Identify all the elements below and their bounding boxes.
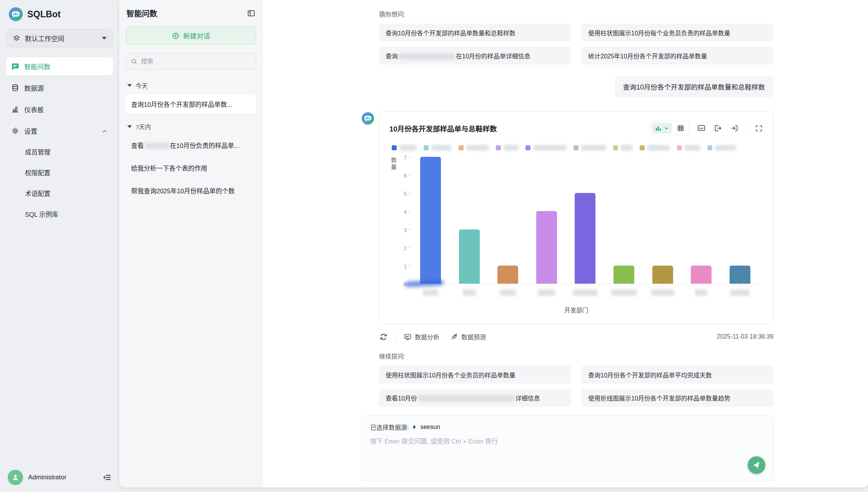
bar xyxy=(652,266,673,284)
sidebar-item-smart-query[interactable]: 智能问数 xyxy=(6,57,113,75)
avatar[interactable] xyxy=(8,470,23,485)
followup-chip[interactable]: 使用折线图展示10月份各个开发部的样品单数量趋势 xyxy=(582,389,773,407)
followup-chip[interactable]: 查看10月份详细信息 xyxy=(379,389,571,407)
legend-item[interactable] xyxy=(613,145,632,151)
save-to-dashboard-icon[interactable] xyxy=(730,124,739,133)
x-tick-mark xyxy=(547,284,547,287)
collapse-sidebar-icon[interactable] xyxy=(103,473,111,482)
group-week[interactable]: 7天内 xyxy=(126,122,256,131)
conversation-title: 查询10月份各个开发部的样品单数... xyxy=(131,100,232,109)
conversation-item[interactable]: 帮我查询2025年10月份样品单的个数 xyxy=(126,181,256,200)
bar-slot xyxy=(682,157,720,284)
x-tick-label-redacted xyxy=(652,289,674,296)
conversation-item[interactable]: 给我分析一下各个表的作用 xyxy=(126,158,256,178)
sql-icon[interactable]: SQL xyxy=(697,124,706,133)
sqlbot-logo-icon xyxy=(8,7,23,22)
paper-plane-icon xyxy=(752,461,761,469)
legend-label-redacted xyxy=(431,145,451,151)
legend-label-redacted xyxy=(533,145,566,151)
y-tick-label: 6 xyxy=(404,173,407,179)
triangle-down-icon xyxy=(127,84,132,87)
workspace-selector[interactable]: 默认工作空间 xyxy=(6,29,113,47)
message-input[interactable] xyxy=(370,436,725,459)
sidebar-item-terminology-config[interactable]: 术语配置 xyxy=(6,185,113,202)
new-chat-button[interactable]: 新建对话 xyxy=(126,27,256,45)
fullscreen-icon[interactable] xyxy=(755,124,763,133)
table-view-button[interactable] xyxy=(674,123,687,134)
refresh-icon[interactable] xyxy=(379,332,388,341)
panel-toggle-icon[interactable] xyxy=(247,9,255,17)
bar-slot xyxy=(644,157,682,284)
bar xyxy=(730,266,750,284)
conversation-title: 给我分析一下各个表的作用 xyxy=(131,163,207,173)
followup-chip[interactable]: 使用柱状图展示10月份各个业务员的样品单数量 xyxy=(379,366,571,384)
sub-item-label: 成员管理 xyxy=(25,147,50,156)
monitor-chart-icon xyxy=(404,333,412,341)
legend-swatch xyxy=(392,145,397,150)
bar-slot xyxy=(566,157,604,284)
legend-item[interactable] xyxy=(707,145,736,151)
datasource-label: 已选择数据源: xyxy=(370,422,409,432)
sidebar-item-member-management[interactable]: 成员管理 xyxy=(6,143,113,160)
legend-item[interactable] xyxy=(459,145,489,151)
data-analysis-button[interactable]: 数据分析 xyxy=(404,332,439,341)
legend-swatch xyxy=(525,145,530,150)
bar-slot xyxy=(450,157,489,284)
legend-item[interactable] xyxy=(640,145,670,151)
sidebar-item-sql-examples[interactable]: SQL 示例库 xyxy=(6,206,113,223)
legend-label-redacted xyxy=(581,145,606,151)
sub-item-label: 权限配置 xyxy=(25,168,50,177)
legend-swatch xyxy=(613,145,618,150)
followup-chips: 使用柱状图展示10月份各个业务员的样品单数量 查询10月份各个开发部的样品单平均… xyxy=(379,366,773,407)
bar xyxy=(614,266,634,284)
suggestion-chip[interactable]: 查询10月份各个开发部的样品单数量和总鞋样数 xyxy=(379,24,571,42)
followup-chip[interactable]: 查询10月份各个开发部的样品单平均完成天数 xyxy=(582,366,773,384)
export-icon[interactable] xyxy=(713,124,722,133)
legend-item[interactable] xyxy=(525,145,566,151)
legend-item[interactable] xyxy=(574,145,606,151)
chart-view-button[interactable] xyxy=(652,123,672,134)
bar xyxy=(575,193,595,284)
content-surface: 智能问数 新建对话 今天 xyxy=(119,0,868,487)
legend-item[interactable] xyxy=(424,145,451,151)
redacted-text xyxy=(145,143,169,149)
legend-item[interactable] xyxy=(677,145,700,151)
search-box[interactable] xyxy=(126,53,256,70)
sidebar-item-settings[interactable]: 设置 xyxy=(6,122,113,140)
x-tick-mark xyxy=(508,284,508,287)
answer-card: 10月份各开发部样品单与总鞋样数 xyxy=(379,111,773,324)
x-tick-label-redacted xyxy=(463,289,476,296)
legend-swatch xyxy=(424,145,429,150)
legend-swatch xyxy=(640,145,645,150)
answer-footer: 数据分析 数据预测 2025-11-03 18:36:39 xyxy=(379,332,773,341)
suggestion-chip[interactable]: 使用柱状图展示10月份每个业务员负责的样品单数量 xyxy=(582,24,773,42)
bar-slot xyxy=(605,157,643,284)
chat-area: 猜你想问: 查询10月份各个开发部的样品单数量和总鞋样数 使用柱状图展示10月份… xyxy=(263,0,868,487)
chart-y-axis: 01234567 xyxy=(398,157,411,284)
app-logo-row: SQLBot xyxy=(8,7,111,22)
workspace-label: 默认工作空间 xyxy=(25,33,97,43)
message-input-box[interactable]: 已选择数据源: seesun xyxy=(361,415,773,481)
sidebar-item-dashboard[interactable]: 仪表板 xyxy=(6,100,113,118)
search-input[interactable] xyxy=(141,58,251,65)
suggestion-chip[interactable]: 统计2025年10月份各个开发部的样品单数量 xyxy=(582,47,773,65)
sidebar-item-permission-config[interactable]: 权限配置 xyxy=(6,164,113,181)
datasource-icon xyxy=(411,424,417,430)
conversation-title: 帮我查询2025年10月份样品单的个数 xyxy=(131,186,235,195)
conversation-item-active[interactable]: 查询10月份各个开发部的样品单数... xyxy=(126,94,256,114)
legend-item[interactable] xyxy=(496,145,518,151)
app-title: SQLBot xyxy=(27,9,61,20)
suggestion-chip[interactable]: 查询在10月份的样品单详细信息 xyxy=(379,47,571,65)
conversation-item[interactable]: 查看在10月份负责的样品单... xyxy=(126,135,256,155)
bot-avatar xyxy=(361,112,374,125)
sidebar-item-datasource[interactable]: 数据源 xyxy=(6,79,113,97)
sidebar-item-label: 仪表板 xyxy=(24,105,44,114)
chart-title: 10月份各开发部样品单与总鞋样数 xyxy=(389,123,497,133)
legend-item[interactable] xyxy=(392,145,416,151)
followup-label: 继续提问: xyxy=(379,351,773,361)
y-tick-label: 7 xyxy=(404,155,407,161)
group-today[interactable]: 今天 xyxy=(126,81,256,90)
data-predict-button[interactable]: 数据预测 xyxy=(450,332,486,341)
send-button[interactable] xyxy=(748,456,765,474)
triangle-down-icon xyxy=(127,125,132,128)
